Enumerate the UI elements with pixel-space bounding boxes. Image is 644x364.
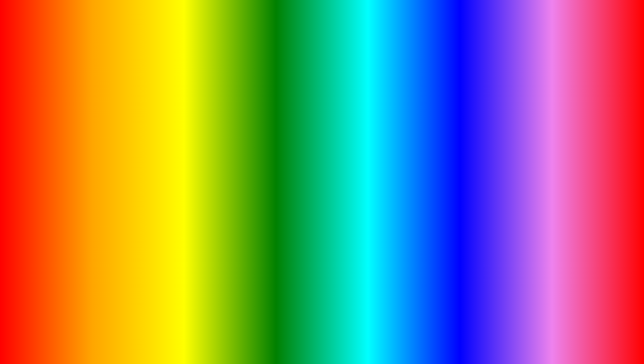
enable-auto-farm-row: Enable Auto-Farm xyxy=(266,148,359,154)
skill-z-toggle[interactable] xyxy=(322,161,328,165)
y-offset-label: Y Value (Offset from Mob) xyxy=(266,131,320,135)
shell-town-quests-label: Shell Town Quests: xyxy=(363,129,394,133)
quest-peixe-checkbox[interactable] xyxy=(421,213,426,218)
main-title: PIXEL PIECE xyxy=(143,7,501,60)
title-container: PIXEL PIECE xyxy=(0,7,644,60)
tab-local-player[interactable]: ⚙ Local Player xyxy=(111,102,143,109)
quest-karlo-checkbox[interactable] xyxy=(421,183,426,188)
tab-s-label: S xyxy=(67,113,69,117)
other-stuff-title: Other Stuff xyxy=(56,160,181,168)
search-icon[interactable]: 🔍 xyxy=(152,90,158,96)
bottom-pastebin: PASTEBIN xyxy=(410,326,543,352)
quest-sophia-checkbox[interactable] xyxy=(421,123,426,128)
quest-sopp-checkbox[interactable] xyxy=(421,189,426,194)
z-offset-slider[interactable] xyxy=(322,139,355,140)
right-panel: Press 'Semicolon' to hide this menu Main… xyxy=(233,93,430,226)
auto-stat-interval-row: Auto-Stat Interval xyxy=(266,198,359,204)
skill-interval-row: Skill Use Interval xyxy=(266,154,359,160)
auto-equip-tool-label: Auto-Equip Selected Tool xyxy=(266,143,320,147)
tab-s[interactable]: ⚙ S xyxy=(59,111,73,118)
quest-betelia-row: Auto Quest: Betelia xyxy=(363,176,426,182)
edit-icon[interactable]: ✏ xyxy=(161,90,165,96)
quest-karlo-label: Auto Quest: Karlo xyxy=(363,183,392,187)
nav-misc[interactable]: Misc xyxy=(237,117,264,124)
skill-interval-slider[interactable] xyxy=(322,157,355,158)
quest-furnton-checkbox[interactable] xyxy=(421,135,426,140)
char-image-label: PIXELPIECE xyxy=(530,311,591,325)
auto-stat-defense-row: Auto Stat: Defense xyxy=(266,204,359,210)
quest-olivia-checkbox[interactable] xyxy=(421,165,426,170)
z-offset-label: Z Value (Offset from Mob) xyxy=(266,137,320,141)
quest-betelia-checkbox[interactable] xyxy=(421,177,426,182)
quest-gabi-label: Auto Quest: Gabi xyxy=(363,117,391,121)
bottom-script: SCRIPT xyxy=(305,326,403,352)
auto-stat-defense-toggle[interactable] xyxy=(322,205,328,209)
window-icon[interactable]: □ xyxy=(168,90,170,96)
auto-stat-stamina-label: Auto Stat: Stamina xyxy=(266,211,320,215)
nav-main[interactable]: Main xyxy=(237,104,264,110)
auto-teleport-toggle[interactable] xyxy=(165,149,177,155)
skill-e-toggle[interactable] xyxy=(322,185,328,189)
tab-misc-icon: ⚙ xyxy=(148,103,151,108)
quest-picles-checkbox[interactable] xyxy=(421,159,426,164)
quest-tony-label: Auto Quest: Tony xyxy=(363,195,391,199)
quest-stuff-title: Quest Stuff xyxy=(56,201,181,209)
select-mob-value[interactable]: Bandit xyxy=(159,131,177,136)
auto-stat-melee-row: Auto Stat: Melee xyxy=(266,216,359,222)
shell-town-quests-row: Shell Town Quests: xyxy=(363,128,426,134)
z-offset-row: Z Value (Offset from Mob) xyxy=(266,136,359,142)
select-mob-row: Select Mob Bandit xyxy=(56,129,181,138)
tab-auto-farm[interactable]: ⚙ Auto Farm xyxy=(59,102,88,109)
tab-auto-farm-label: Auto Farm xyxy=(67,104,84,108)
enable-auto-farm-toggle[interactable] xyxy=(322,149,328,153)
divider-2 xyxy=(56,200,181,200)
weapon-selection-input[interactable] xyxy=(322,118,345,124)
quest-tony-checkbox[interactable] xyxy=(421,195,426,200)
nav-teleports[interactable]: Teleports xyxy=(237,110,264,117)
auto-equip-katana-row: Auto Equip Classic Katana xyxy=(56,188,181,198)
y-offset-slider[interactable] xyxy=(322,133,355,134)
auto-equip-melee-toggle[interactable] xyxy=(165,180,177,186)
tab-stats[interactable]: ⚙ Stats xyxy=(89,102,109,109)
quest-zira-checkbox[interactable] xyxy=(421,207,426,212)
quest-peixe-row: Auto Quest: Peixe xyxy=(363,212,426,218)
skill-v-toggle[interactable] xyxy=(322,179,328,183)
auto-teleport-label: Auto Teleport To Selected Mob xyxy=(60,150,119,155)
tab-misc-label: Misc xyxy=(153,104,160,108)
quest-gabi-checkbox[interactable] xyxy=(421,117,426,122)
mob-selection-input[interactable] xyxy=(322,112,345,117)
quest-picles-label: Auto Quest: Picles xyxy=(363,159,393,163)
enable-auto-farm-label: Enable Auto-Farm xyxy=(266,149,320,153)
refresh-button[interactable]: Refresh xyxy=(163,141,177,145)
x-offset-slider[interactable] xyxy=(322,127,355,128)
tab-misc[interactable]: ⚙ Misc xyxy=(144,102,164,109)
watermark-line1: PIXEL xyxy=(27,267,107,294)
quest-ranabana-row: Auto Quest: Ranabana xyxy=(363,140,426,146)
auto-stat-melee-toggle[interactable] xyxy=(322,217,328,221)
auto-stat-interval-slider[interactable] xyxy=(322,200,355,201)
watermark: PIXEL PIECE xyxy=(27,267,107,321)
auto-equip-katana-toggle[interactable] xyxy=(165,190,177,196)
auto-punch-toggle[interactable] xyxy=(165,170,177,176)
bottom-text-container: AUTO FARM SCRIPT PASTEBIN xyxy=(0,322,644,356)
quest-ranabana-checkbox[interactable] xyxy=(421,141,426,146)
quest-sophia-label: Auto Quest: Sophia xyxy=(363,123,394,127)
quest-gabi-row: Auto Quest: Gabi xyxy=(363,116,426,122)
skill-x-toggle[interactable] xyxy=(322,167,328,171)
quest-furnton-label: Auto Quest: Furnton xyxy=(363,135,396,139)
skill-v-row: Auto Skill: V xyxy=(266,178,359,184)
auto-farm-title: Auto-Farm xyxy=(266,104,359,111)
mob-selection-label: Mob Selection xyxy=(266,112,320,116)
close-icon[interactable]: ✕ xyxy=(173,90,177,96)
skill-v-label: Auto Skill: V xyxy=(266,179,320,183)
auto-stat-stamina-toggle[interactable] xyxy=(322,211,328,215)
shark-park-quests-label: Shark Park Quests: xyxy=(363,201,394,205)
skill-c-toggle[interactable] xyxy=(322,173,328,177)
chevron-up-icon xyxy=(174,133,177,135)
divider-1 xyxy=(56,159,181,159)
auto-equip-tool-toggle[interactable] xyxy=(322,143,328,147)
auto-stats-title: Auto-Stats xyxy=(266,190,359,198)
left-panel-header: Pixel Piece 🔍 ✏ □ ✕ xyxy=(56,88,181,99)
mob-selection-row: Mob Selection xyxy=(266,111,359,118)
quest-laft-checkbox[interactable] xyxy=(421,153,426,158)
